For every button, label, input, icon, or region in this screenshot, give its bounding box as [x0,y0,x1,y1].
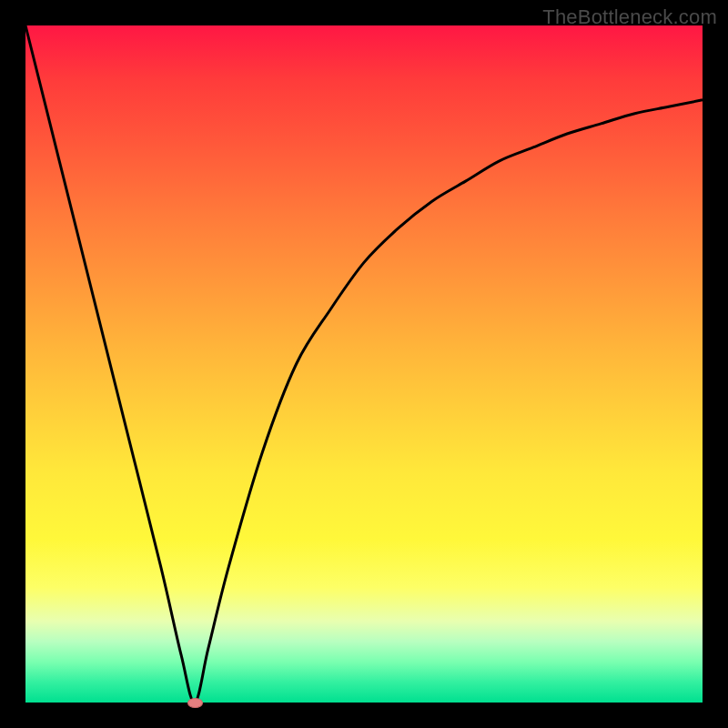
chart-frame: TheBottleneck.com [0,0,728,728]
chart-marker [187,698,203,708]
chart-plot-area [25,25,703,703]
watermark-text: TheBottleneck.com [542,5,717,29]
